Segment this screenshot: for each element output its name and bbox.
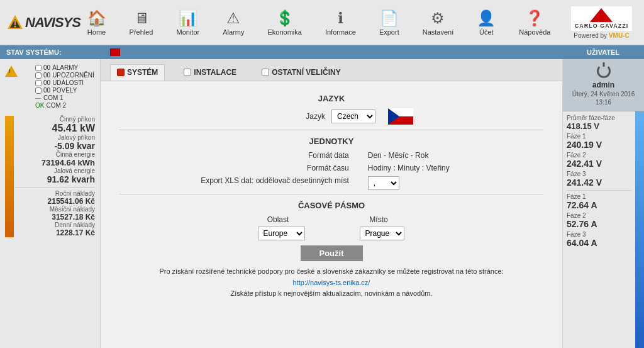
- nav-ekonomika[interactable]: 💲 Ekonomika: [262, 6, 306, 39]
- pouzit-button[interactable]: Použít: [301, 245, 363, 261]
- metric-rocni-naklady: Roční náklady 215541.06 Kč: [15, 190, 95, 206]
- misto-label: Místo: [341, 215, 416, 224]
- list-item: OK COM 2: [35, 102, 94, 109]
- nav-informace[interactable]: ℹ Informace: [320, 6, 361, 39]
- left-metrics-panel: Činný příkon 45.41 kW Jalový příkon -5.0…: [5, 116, 95, 237]
- oblast-select[interactable]: Europe America Asia: [258, 227, 305, 240]
- status-right-label: UŽIVATEL: [562, 45, 644, 59]
- nav-monitor[interactable]: 📊 Monitor: [172, 6, 205, 39]
- alarm-checkbox-upozorneni[interactable]: [35, 72, 42, 79]
- user-time: 13:16: [568, 99, 639, 106]
- power-icon: [597, 64, 611, 78]
- tabs-row: SYSTÉM INSTALACE OSTATNÍ VELIČINY: [101, 59, 562, 81]
- right-metrics-inner: Průměr fáze-fáze 418.15 V Fáze 1 240.19 …: [567, 115, 631, 248]
- tab-ostatni[interactable]: OSTATNÍ VELIČINY: [255, 64, 347, 81]
- export-separator-select[interactable]: , .: [368, 176, 399, 190]
- tab-instalace[interactable]: INSTALACE: [177, 64, 243, 81]
- section-divider: [119, 130, 543, 130]
- home-icon: 🏠: [87, 9, 106, 27]
- casove-pasmo-title: ČASOVÉ PÁSMO: [119, 201, 543, 210]
- list-item: 00 UDÁLOSTI: [35, 79, 94, 86]
- nav-ucet-label: Účet: [479, 28, 494, 36]
- brand-area: CARLO GAVAZZI Powered by VMU-C: [562, 0, 644, 45]
- format-casu-label: Formát času: [274, 164, 349, 172]
- oblast-label: Oblast: [240, 215, 316, 224]
- metric-faze3-v: Fáze 3 241.42 V: [567, 171, 631, 188]
- metric-denni-naklady: Denní náklady 1228.17 Kč: [15, 222, 95, 237]
- metric-prumed-faze: Průměr fáze-fáze 418.15 V: [567, 115, 631, 131]
- jednotky-values: Den - Měsíc - Rok Hodiny : Minuty : Vteř…: [368, 151, 462, 190]
- carlo-logo: CARLO GAVAZZI: [571, 6, 633, 31]
- divider: [15, 187, 95, 188]
- czech-flag: [388, 108, 413, 125]
- info-link[interactable]: http://navisys-ts.enika.cz/: [293, 279, 370, 286]
- metric-faze1-v: Fáze 1 240.19 V: [567, 133, 631, 150]
- metric-mesicni-naklady: Měsíční náklady 31527.18 Kč: [15, 206, 95, 222]
- alarm-checkbox-alarmy[interactable]: [35, 65, 42, 71]
- left-panel: 00 ALARMY 00 UPOZORNĚNÍ 00 UDÁLOSTI 00 P…: [0, 59, 101, 348]
- settings-icon: ⚙: [431, 9, 445, 27]
- oblast-group: Oblast Europe America Asia: [240, 215, 322, 240]
- settings-form: JAZYK Jazyk Czech English Slovak JEDNOTK…: [101, 81, 562, 306]
- jazyk-row: Jazyk Czech English Slovak: [119, 108, 543, 125]
- nav-napoveda[interactable]: ❓ Nápověda: [514, 6, 555, 39]
- logo-text: NAVISYS: [25, 14, 80, 31]
- svg-point-3: [14, 25, 16, 27]
- list-item: — COM 1: [35, 94, 94, 101]
- logo-icon: [6, 14, 24, 31]
- nav-nastaveni[interactable]: ⚙ Nastavení: [418, 6, 459, 39]
- red-status-indicator: [110, 48, 120, 56]
- metric-faze2-a: Fáze 2 52.76 A: [567, 212, 631, 229]
- flag-blue-triangle: [388, 108, 399, 125]
- nav-ucet[interactable]: 👤 Účet: [472, 6, 501, 39]
- status-left-label: STAV SYSTÉMU:: [0, 45, 101, 59]
- divider-right: [567, 190, 631, 191]
- metric-cinna-energie: Činná energie 73194.64 kWh: [15, 151, 95, 167]
- powered-text: Powered by VMU-C: [574, 32, 629, 39]
- misto-select[interactable]: Prague Berlin London: [360, 227, 404, 240]
- metric-faze2-v: Fáze 2 242.41 V: [567, 152, 631, 169]
- list-item: 00 ALARMY: [35, 64, 94, 71]
- nav-export[interactable]: 📄 Export: [374, 6, 404, 39]
- status-bar: STAV SYSTÉMU: UŽIVATEL: [0, 45, 644, 59]
- alarm-icon: ⚠: [226, 9, 240, 27]
- metric-jalovy-prikon: Jalový příkon -5.09 kvar: [15, 134, 95, 151]
- jednotky-labels: Formát data Formát času Export XLS dat: …: [201, 151, 355, 190]
- jednotky-section-title: JEDNOTKY: [119, 137, 543, 146]
- tab-system-label: SYSTÉM: [127, 68, 158, 77]
- metric-faze1-a: Fáze 1 72.64 A: [567, 193, 631, 210]
- alarm-items: 00 ALARMY 00 UPOZORNĚNÍ 00 UDÁLOSTI 00 P…: [35, 64, 94, 109]
- metric-jalova-energie: Jalová energie 91.62 kvarh: [15, 167, 95, 184]
- dollar-icon: 💲: [275, 9, 294, 27]
- jednotky-rows: Formát data Formát času Export XLS dat: …: [119, 151, 543, 190]
- misto-group: Místo Prague Berlin London: [341, 215, 423, 240]
- alarm-checkbox-povely[interactable]: [35, 87, 42, 94]
- metric-faze3-a: Fáze 3 64.04 A: [567, 231, 631, 248]
- tab-checkbox-instalace[interactable]: [184, 69, 191, 76]
- nav-alarmy[interactable]: ⚠ Alarmy: [218, 6, 249, 39]
- user-name: admin: [568, 81, 639, 89]
- nav-napoveda-label: Nápověda: [519, 28, 550, 36]
- jazyk-label: Jazyk: [250, 112, 325, 121]
- info-text: Pro získání rozšířené technické podpory …: [119, 266, 543, 300]
- nav-prehled-label: Přehled: [130, 28, 153, 36]
- tab-system[interactable]: SYSTÉM: [110, 64, 165, 81]
- casove-pasmo-row: Oblast Europe America Asia Místo Prague …: [119, 215, 543, 240]
- nav-home[interactable]: 🏠 Home: [82, 6, 111, 39]
- nav-monitor-label: Monitor: [177, 28, 200, 36]
- right-panel: admin Úterý, 24 Květen 2016 13:16 Průměr…: [562, 59, 644, 348]
- nav-alarmy-label: Alarmy: [223, 28, 244, 36]
- tab-checkbox-ostatni[interactable]: [262, 69, 269, 76]
- nav-export-label: Export: [379, 28, 399, 36]
- format-data-label: Formát data: [274, 151, 349, 160]
- nav-prehled[interactable]: 🖥 Přehled: [125, 6, 158, 39]
- alarm-checkbox-udalosti[interactable]: [35, 80, 42, 86]
- tab-instalace-label: INSTALACE: [194, 68, 236, 77]
- nav-items: 🏠 Home 🖥 Přehled 📊 Monitor ⚠ Alarmy 💲 Ek…: [75, 0, 562, 45]
- tab-ostatni-label: OSTATNÍ VELIČINY: [272, 68, 341, 77]
- jazyk-select[interactable]: Czech English Slovak: [331, 109, 375, 123]
- power-icon-line: [602, 62, 604, 67]
- list-item: 00 UPOZORNĚNÍ: [35, 72, 94, 79]
- info-icon: ℹ: [338, 9, 343, 27]
- user-icon: 👤: [477, 9, 496, 27]
